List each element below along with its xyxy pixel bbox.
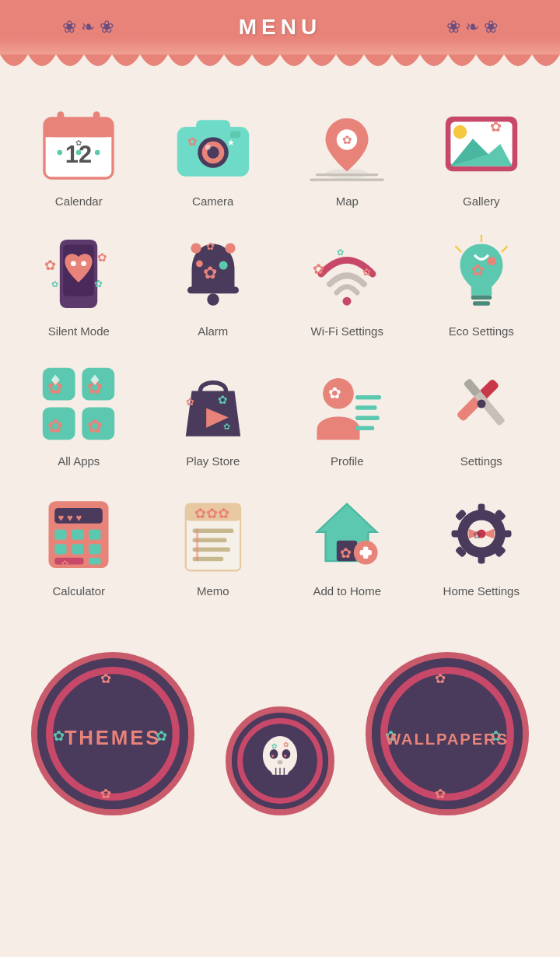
svg-text:✿: ✿ [342,133,352,146]
play-store-icon: ✿ ✿ ✿ [170,361,256,447]
svg-rect-52 [473,301,490,306]
svg-point-7 [76,150,82,156]
svg-text:✿: ✿ [435,787,446,801]
play-store-item[interactable]: ✿ ✿ ✿ Play Store [150,353,277,475]
svg-rect-89 [54,544,66,554]
wifi-settings-icon: ✿ ✿ ✿ [304,231,390,317]
app-grid: 12 ✿ Calendar ✿ ★ Camer [0,78,560,613]
home-settings-icon: ✿ [439,491,524,577]
svg-rect-91 [89,544,100,554]
all-apps-label: All Apps [58,454,100,468]
header-deco-right: ❀ ❧ ❀ [446,17,498,37]
svg-rect-103 [196,528,198,561]
svg-rect-90 [72,544,83,554]
svg-text:✿: ✿ [337,247,344,257]
camera-item[interactable]: ✿ ★ Camera [150,93,277,216]
header-title: MENU [239,15,321,40]
wallpapers-badge[interactable]: ✿ ✿ ✿ ✿ WALLPAPERS [366,652,529,815]
svg-rect-116 [501,531,511,538]
calculator-label: Calculator [52,584,105,598]
header: ❀ ❧ ❀ MENU ❀ ❧ ❀ [0,0,560,54]
camera-icon: ✿ ★ [170,101,256,187]
eco-settings-item[interactable]: ✿ Eco Settings [418,223,545,345]
svg-text:✿: ✿ [223,422,230,431]
svg-point-44 [191,243,201,253]
memo-item[interactable]: ✿✿✿ Memo [150,483,277,605]
profile-icon: ✿ [304,361,390,447]
svg-point-47 [343,297,352,306]
add-to-home-item[interactable]: ✿ Add to Home [284,483,411,605]
silent-mode-item[interactable]: ✿ ✿ ✿ ✿ Silent Mode [16,223,142,345]
svg-rect-113 [478,504,485,514]
svg-text:✿: ✿ [44,258,56,273]
wifi-settings-item[interactable]: ✿ ✿ ✿ Wi-Fi Settings [284,223,411,345]
svg-rect-4 [93,111,100,127]
svg-text:✿: ✿ [328,384,341,401]
svg-text:✿: ✿ [313,261,324,277]
svg-text:♥: ♥ [283,753,286,759]
profile-item[interactable]: ✿ Profile [284,353,411,475]
alarm-icon: ✿ ✿ [170,231,256,317]
svg-text:✿: ✿ [61,559,68,568]
svg-text:♥: ♥ [271,753,274,759]
map-item[interactable]: ✿ Map [284,93,411,216]
svg-text:★: ★ [500,135,508,144]
svg-rect-110 [360,550,372,556]
svg-point-8 [95,150,100,156]
alarm-item[interactable]: ✿ ✿ Alarm [150,223,277,345]
all-apps-icon: ✿ ✿ ✿ ✿ [36,361,121,447]
svg-rect-87 [72,530,83,540]
svg-point-41 [196,260,203,267]
svg-rect-92 [54,558,83,565]
add-to-home-icon: ✿ [304,491,390,577]
eco-settings-label: Eco Settings [449,324,514,338]
svg-point-28 [453,125,467,139]
svg-text:✿: ✿ [471,261,485,279]
settings-item[interactable]: Settings [418,353,545,475]
settings-label: Settings [460,454,502,468]
map-icon: ✿ [304,101,390,187]
svg-text:✿: ✿ [283,741,289,748]
svg-point-45 [225,243,235,253]
alarm-label: Alarm [198,324,228,338]
svg-text:✿: ✿ [75,138,82,147]
svg-text:✿: ✿ [340,545,352,561]
svg-rect-11 [196,120,230,134]
svg-text:✿: ✿ [473,529,481,541]
calculator-item[interactable]: ♥ ♥ ♥ ✿ Calculator [16,483,142,605]
svg-rect-3 [58,111,65,127]
calculator-icon: ♥ ♥ ♥ ✿ [36,491,121,577]
svg-text:✿: ✿ [362,266,371,278]
svg-rect-51 [471,296,492,300]
all-apps-item[interactable]: ✿ ✿ ✿ ✿ All Apps [16,353,142,475]
svg-rect-75 [355,405,377,410]
play-store-label: Play Store [186,454,240,468]
calendar-item[interactable]: 12 ✿ Calendar [16,93,142,216]
svg-text:✿: ✿ [187,135,198,148]
svg-text:✿: ✿ [94,278,103,289]
svg-point-139 [277,760,282,764]
svg-text:✿: ✿ [206,240,215,252]
svg-text:♥ ♥ ♥: ♥ ♥ ♥ [58,512,82,524]
eco-settings-icon: ✿ [439,231,524,317]
add-to-home-label: Add to Home [313,584,381,598]
calendar-label: Calendar [55,195,103,208]
skull-badge[interactable]: ♥ ♥ ✿ ✿ [226,706,334,815]
home-settings-item[interactable]: ✿ Home Settings [418,483,545,605]
home-settings-label: Home Settings [443,584,520,598]
gallery-item[interactable]: ✿ ★ Gallery [418,93,545,216]
gallery-label: Gallery [463,195,500,208]
svg-point-15 [205,145,211,150]
svg-text:✿: ✿ [48,415,64,436]
svg-rect-115 [451,531,461,538]
calendar-icon: 12 ✿ [36,101,121,187]
svg-text:✿: ✿ [97,251,107,264]
themes-badge[interactable]: ✿ ✿ ✿ ✿ THEMES [31,652,194,815]
memo-label: Memo [197,584,229,598]
wifi-settings-label: Wi-Fi Settings [311,324,383,338]
svg-rect-93 [89,558,100,565]
bottom-badges: ✿ ✿ ✿ ✿ THEMES ♥ ♥ ✿ ✿ [0,629,560,815]
svg-text:✿: ✿ [87,415,103,436]
svg-text:✿: ✿ [51,279,58,289]
svg-point-40 [219,261,227,270]
